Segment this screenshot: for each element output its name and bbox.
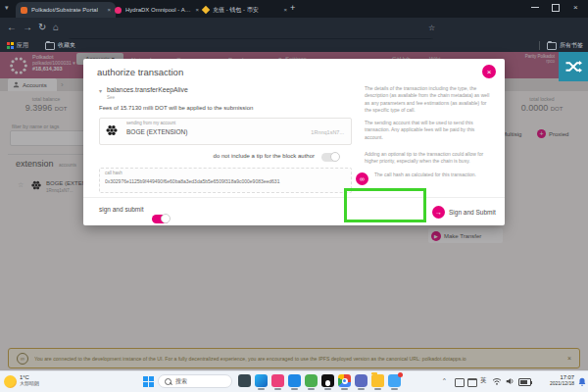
ime-language-indicator[interactable]: 英: [480, 376, 487, 385]
home-icon[interactable]: ⌂: [53, 22, 59, 32]
tab-binance[interactable]: 充值 - 钱包 - 币安 ×: [198, 2, 292, 18]
tab-close-icon[interactable]: ×: [279, 7, 287, 13]
call-method-desc: See: [107, 95, 115, 100]
weather-icon[interactable]: [4, 375, 17, 388]
copy-link-icon[interactable]: ∞: [356, 172, 368, 185]
search-placeholder: 搜索: [175, 377, 187, 386]
volume-icon[interactable]: [506, 377, 514, 385]
taskbar-app-taskview-icon[interactable]: [255, 374, 268, 387]
bookmarks-bar: 应用 收藏夹 所有书签: [0, 39, 588, 52]
taskbar-app-qq-icon[interactable]: [321, 374, 334, 387]
bookmark-label: 收藏夹: [58, 41, 75, 50]
account-identicon: [105, 123, 119, 137]
sign-toggle-label: sign and submit: [99, 206, 144, 213]
network-switcher-button[interactable]: [559, 52, 588, 81]
help-text-details: The details of the transaction including…: [365, 85, 494, 114]
window-minimize-button[interactable]: [531, 7, 539, 8]
tab-title: Polkadot/Substrate Portal: [31, 7, 98, 13]
reload-icon[interactable]: ↻: [38, 22, 46, 32]
call-hash-label: call hash: [105, 171, 122, 175]
window-maximize-button[interactable]: [552, 4, 560, 12]
bookmarks-divider: [539, 41, 540, 50]
taskbar-app-indigo-icon[interactable]: [355, 374, 368, 387]
taskbar-app-widgets-icon[interactable]: [238, 374, 251, 387]
taskbar-app-blue-icon[interactable]: [288, 374, 301, 387]
taskbar-app-pink-icon[interactable]: [271, 374, 284, 387]
page: Polkadot polkadot/1000031 ▾ #18,614,303 …: [0, 52, 588, 370]
hydradx-favicon: [115, 7, 122, 14]
weather-desc: 大部晴朗: [20, 380, 39, 386]
polkadot-favicon: [21, 7, 27, 14]
tip-label: do not include a tip for the block autho…: [99, 153, 315, 159]
taskbar-search[interactable]: 搜索: [158, 374, 232, 388]
forward-icon[interactable]: →: [23, 22, 32, 32]
help-text-sender: The sending account that will be used to…: [365, 120, 494, 141]
expander-caret-icon[interactable]: ▾: [99, 87, 102, 94]
folder-icon: [45, 42, 55, 50]
weather-widget[interactable]: 1°C 大部晴朗: [20, 374, 39, 386]
start-button[interactable]: [143, 376, 154, 387]
folder-icon: [547, 42, 557, 50]
bookmark-favorites[interactable]: 收藏夹: [45, 41, 75, 50]
tab-hydradx[interactable]: HydraDX Omnipool - An Ocean ×: [110, 2, 204, 18]
bookmark-apps[interactable]: 应用: [7, 41, 28, 50]
back-icon[interactable]: ←: [7, 22, 17, 32]
modal-account-address: 1Rnnq1sN7...: [279, 129, 344, 135]
authorize-transaction-modal: authorize transaction × ▾ balances.trans…: [83, 59, 505, 225]
notification-bell-icon[interactable]: [578, 377, 586, 386]
modal-account-name: BOGE (EXTENSION): [126, 128, 187, 135]
shuffle-icon: [564, 60, 582, 74]
sign-and-submit-button[interactable]: → Sign and Submit: [432, 202, 499, 221]
taskbar-app-chrome-icon[interactable]: [338, 374, 351, 387]
call-method: balances.transferKeepAlive: [107, 86, 188, 93]
help-text-callhash: The call hash as calculated for this tra…: [374, 172, 494, 178]
search-icon: [165, 378, 172, 385]
tray-hidden-icons-caret[interactable]: ^: [443, 377, 446, 383]
tray-icon-2[interactable]: [467, 378, 477, 387]
taskbar: 1°C 大部晴朗 搜索 ^ 英 17:07 2021/12/18: [0, 370, 588, 392]
tab-title: HydraDX Omnipool - An Ocean: [125, 7, 191, 13]
taskbar-app-wechat-icon[interactable]: [305, 374, 318, 387]
taskbar-app-explorer-icon[interactable]: [371, 374, 384, 387]
window-close-button[interactable]: ×: [573, 3, 578, 12]
all-bookmarks[interactable]: 所有书签: [547, 41, 583, 50]
binance-favicon: [202, 6, 210, 14]
tab-polkadot[interactable]: Polkadot/Substrate Portal ×: [16, 2, 116, 18]
tab-title: 充值 - 钱包 - 币安: [213, 6, 259, 15]
clock-date: 2021/12/18: [537, 380, 574, 386]
all-bookmarks-label: 所有书签: [560, 41, 583, 50]
wifi-icon[interactable]: [492, 377, 502, 385]
clock[interactable]: 17:07 2021/12/18: [537, 374, 574, 386]
sending-label: sending from my account: [126, 121, 175, 125]
sign-submit-toggle[interactable]: [152, 215, 170, 223]
help-text-tip: Adding an optional tip to the transactio…: [365, 151, 494, 166]
tab-search-icon[interactable]: ▾: [5, 4, 9, 12]
battery-icon[interactable]: [518, 378, 531, 386]
submit-label: Sign and Submit: [449, 209, 496, 216]
call-hash-value: 0x302976e1125b9f449490f6e60ba8a3ed3da5b5…: [105, 178, 344, 184]
browser-toolbar: ← → ↻ ⌂ ≡ polkadot.js.org/apps/?rpc=wss%…: [0, 18, 588, 39]
bookmark-label: 应用: [17, 41, 28, 50]
new-tab-button[interactable]: +: [290, 3, 295, 13]
modal-title: authorize transaction: [97, 67, 183, 77]
tip-toggle[interactable]: [321, 153, 339, 162]
tray-icon-1[interactable]: [455, 378, 465, 387]
browser-tabstrip: ▾ Polkadot/Substrate Portal × HydraDX Om…: [0, 0, 588, 18]
modal-footer-divider: [83, 197, 505, 198]
modal-close-button[interactable]: ×: [482, 65, 496, 78]
fees-note: Fees of 15.7130 milli DOT will be applie…: [99, 105, 253, 111]
bookmark-star-icon[interactable]: ☆: [428, 24, 435, 32]
apps-grid-icon: [7, 42, 14, 49]
taskbar-app-flower-icon[interactable]: [388, 374, 401, 387]
submit-arrow-icon: →: [432, 206, 445, 219]
screen: ▾ Polkadot/Substrate Portal × HydraDX Om…: [0, 0, 588, 392]
